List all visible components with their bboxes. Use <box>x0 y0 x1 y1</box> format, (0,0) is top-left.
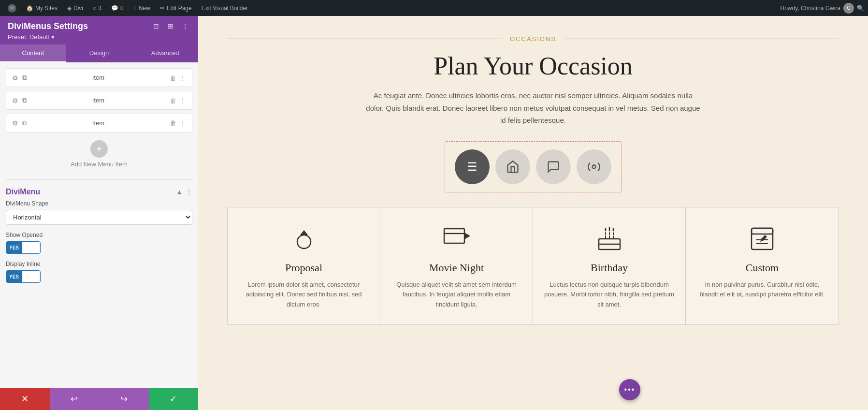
proposal-icon <box>287 222 321 256</box>
menu-icon-item-2[interactable] <box>536 149 571 184</box>
more-icon-3[interactable]: ⋮ <box>179 119 186 127</box>
collapse-icon[interactable]: ▲ <box>176 188 183 196</box>
display-inline-toggle[interactable]: YES <box>6 270 41 283</box>
grid-icon[interactable]: ⊞ <box>165 21 176 31</box>
confirm-icon: ✓ <box>170 394 177 404</box>
item-label-2: Item <box>31 97 166 104</box>
section-divider <box>6 179 192 180</box>
custom-title: Custom <box>746 262 779 274</box>
copy-icon-3[interactable]: ⧉ <box>22 119 27 127</box>
settings-icon-1[interactable]: ⚙ <box>12 74 18 82</box>
confirm-button[interactable]: ✓ <box>149 388 199 410</box>
menu-icon-item-3[interactable] <box>577 149 611 184</box>
bottom-bar: ✕ ↩ ↪ ✓ <box>0 388 198 410</box>
delete-icon-1[interactable]: 🗑 <box>170 74 176 82</box>
preview-panel: OCCASIONS Plan Your Occasion Ac feugiat … <box>198 16 868 410</box>
comments-menu[interactable]: ○ 3 <box>89 0 105 16</box>
preset-dropdown[interactable]: Preset: Default ▾ <box>8 33 190 41</box>
occasions-header: OCCASIONS <box>227 35 839 43</box>
display-inline-handle <box>23 271 39 282</box>
copy-icon-2[interactable]: ⧉ <box>22 96 27 104</box>
add-item-section: + Add New Menu Item <box>6 136 192 176</box>
birthday-desc: Luctus lectus non quisque turpis bibendu… <box>543 280 676 310</box>
avatar: C <box>843 3 854 14</box>
home-admin-icon: 🏠 <box>26 5 33 12</box>
more-icon-2[interactable]: ⋮ <box>179 97 186 104</box>
pencil-icon: ✏ <box>160 5 165 12</box>
section-controls: ▲ ⋮ <box>176 188 192 196</box>
more-icon[interactable]: ⋮ <box>180 21 190 31</box>
delete-icon-2[interactable]: 🗑 <box>170 97 176 104</box>
more-icon-1[interactable]: ⋮ <box>179 74 186 82</box>
occasions-section: OCCASIONS Plan Your Occasion Ac feugiat … <box>198 16 868 339</box>
delete-icon-3[interactable]: 🗑 <box>170 119 176 127</box>
undo-button[interactable]: ↩ <box>50 388 100 410</box>
menu-icon-item-1[interactable] <box>495 149 530 184</box>
add-item-label: Add New Menu Item <box>71 161 128 168</box>
card-custom: Custom In non pulvinar purus. Curabitur … <box>686 207 839 324</box>
my-sites-menu[interactable]: 🏠 My Sites <box>22 0 61 16</box>
exit-builder-button[interactable]: Exit Visual Builder <box>198 0 252 16</box>
display-inline-label: Display Inline <box>6 261 192 267</box>
settings-icon-3[interactable]: ⚙ <box>12 119 18 127</box>
add-item-button[interactable]: + <box>90 140 108 158</box>
panel-header-icons: ⊡ ⊞ ⋮ <box>151 21 190 31</box>
copy-icon-1[interactable]: ⧉ <box>22 73 27 82</box>
divi-menu[interactable]: ◈ Divi <box>63 0 87 16</box>
movie-night-icon <box>440 222 474 256</box>
proposal-desc: Lorem ipsum dolor sit amet, consectetur … <box>237 280 370 310</box>
search-icon[interactable]: 🔍 <box>857 5 864 12</box>
occasions-title: Plan Your Occasion <box>227 52 839 80</box>
occasions-line-left <box>227 39 502 39</box>
new-menu[interactable]: + New <box>130 0 154 16</box>
redo-button[interactable]: ↪ <box>99 388 149 410</box>
occasions-line-right <box>564 39 839 39</box>
svg-point-0 <box>593 165 596 168</box>
card-proposal: Proposal Lorem ipsum dolor sit amet, con… <box>228 207 380 324</box>
custom-desc: In non pulvinar purus. Curabitur nisi od… <box>695 280 829 300</box>
tab-design[interactable]: Design <box>66 44 132 62</box>
admin-bar-right: Howdy, Christina Gwira C 🔍 <box>781 3 864 14</box>
bubble-icon: ○ <box>93 5 96 12</box>
minimize-icon[interactable]: ⊡ <box>151 21 161 31</box>
admin-bar: W 🏠 My Sites ◈ Divi ○ 3 💬 0 + New ✏ Edit… <box>0 0 868 16</box>
wp-icon[interactable]: W <box>4 0 20 16</box>
comments-count-menu[interactable]: 💬 0 <box>107 0 128 16</box>
menu-item-1: ⚙ ⧉ Item 🗑 ⋮ <box>6 68 192 87</box>
divi-icon: ◈ <box>67 5 72 12</box>
cancel-button[interactable]: ✕ <box>0 388 50 410</box>
shape-label: DiviMenu Shape <box>6 200 192 207</box>
show-opened-label: Show Opened <box>6 232 192 238</box>
settings-icon-2[interactable]: ⚙ <box>12 97 18 104</box>
tab-advanced[interactable]: Advanced <box>132 44 198 62</box>
settings-panel: DiviMenus Settings ⊡ ⊞ ⋮ Preset: Default… <box>0 16 198 410</box>
section-more-icon[interactable]: ⋮ <box>186 188 192 196</box>
menu-item-2: ⚙ ⧉ Item 🗑 ⋮ <box>6 91 192 110</box>
svg-marker-4 <box>464 233 470 239</box>
occasions-label: OCCASIONS <box>510 35 556 43</box>
menu-icon-item-0[interactable]: ☰ <box>455 149 490 184</box>
custom-icon <box>745 222 779 256</box>
item-label-1: Item <box>31 74 166 81</box>
movie-night-title: Movie Night <box>429 262 484 274</box>
divimenu-section-header: DiviMenu ▲ ⋮ <box>6 184 192 200</box>
tab-content[interactable]: Content <box>0 44 66 62</box>
fab-button[interactable]: ••• <box>619 379 640 400</box>
plus-icon: + <box>133 5 137 12</box>
svg-rect-15 <box>752 228 773 234</box>
panel-title: DiviMenus Settings <box>8 21 88 31</box>
comment-icon: 💬 <box>111 5 118 12</box>
display-inline-toggle-row: Display Inline YES <box>6 261 192 283</box>
display-inline-yes-label: YES <box>6 271 22 282</box>
redo-icon: ↪ <box>120 394 128 404</box>
divimenu-title: DiviMenu <box>6 188 40 196</box>
card-movie-night: Movie Night Quisque aliquet velit sit am… <box>380 207 533 324</box>
cards-grid: Proposal Lorem ipsum dolor sit amet, con… <box>227 207 839 325</box>
shape-select[interactable]: Horizontal Vertical Circle <box>6 210 192 225</box>
panel-tabs: Content Design Advanced <box>0 44 198 62</box>
panel-header: DiviMenus Settings ⊡ ⊞ ⋮ Preset: Default… <box>0 16 198 44</box>
show-opened-toggle[interactable]: YES <box>6 241 41 254</box>
toggle-handle <box>23 242 39 253</box>
show-opened-toggle-row: Show Opened YES <box>6 232 192 254</box>
edit-page-button[interactable]: ✏ Edit Page <box>156 0 196 16</box>
